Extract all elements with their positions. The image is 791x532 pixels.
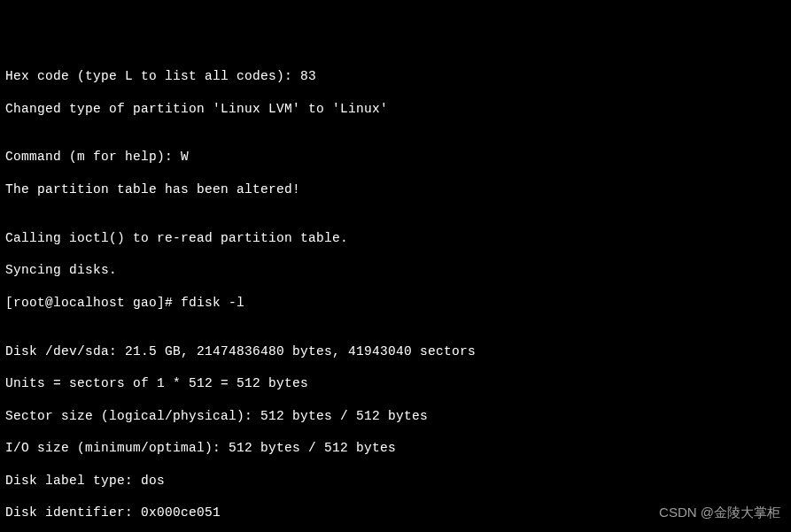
terminal-line: Calling ioctl() to re-read partition tab… — [5, 230, 786, 246]
terminal-prompt-line[interactable]: [root@localhost gao]# fdisk -l — [5, 295, 786, 311]
terminal-line: Disk /dev/sda: 21.5 GB, 21474836480 byte… — [5, 343, 786, 359]
terminal-line: Hex code (type L to list all codes): 83 — [5, 68, 786, 84]
terminal-line: Units = sectors of 1 * 512 = 512 bytes — [5, 375, 786, 391]
terminal-line: Command (m for help): W — [5, 149, 786, 165]
terminal-line: Changed type of partition 'Linux LVM' to… — [5, 101, 786, 117]
terminal-line: Disk label type: dos — [5, 473, 786, 489]
terminal-line: I/O size (minimum/optimal): 512 bytes / … — [5, 440, 786, 456]
terminal-line: The partition table has been altered! — [5, 181, 786, 197]
watermark-text: CSDN @金陵大掌柜 — [659, 505, 780, 521]
terminal-line: Syncing disks. — [5, 262, 786, 278]
terminal-line: Sector size (logical/physical): 512 byte… — [5, 408, 786, 424]
